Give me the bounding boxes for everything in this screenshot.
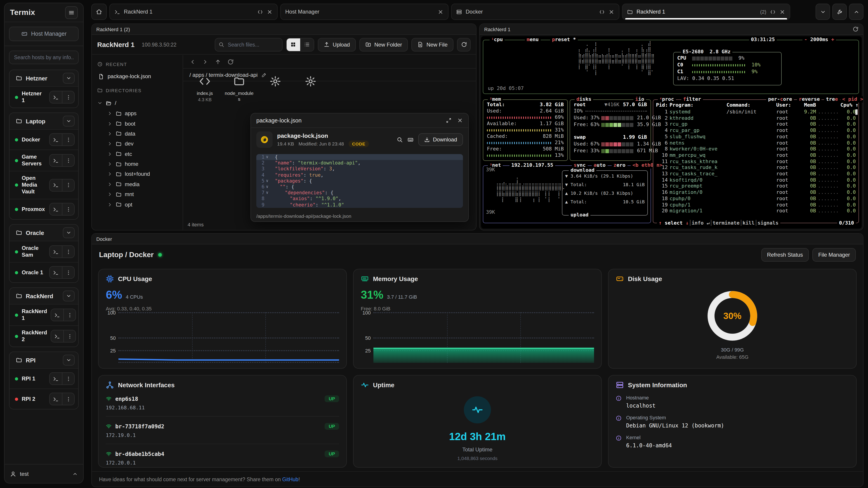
github-link[interactable]: GitHub	[282, 477, 299, 482]
host-menu-button[interactable]	[62, 179, 74, 191]
btop-proc-reverse[interactable]: everse	[802, 96, 820, 103]
host-group-header[interactable]: Hetzner	[9, 70, 78, 86]
host-menu-button[interactable]	[62, 246, 74, 258]
host-manager-button[interactable]: Host Manager	[9, 27, 79, 41]
tabs-expand-button[interactable]	[849, 4, 864, 20]
host-group-header[interactable]: RPI	[9, 352, 78, 368]
btop-proc-filter[interactable]: ilter	[686, 96, 701, 103]
tab-racknerd1-terminal[interactable]: RackNerd 1	[110, 4, 278, 20]
forward-icon[interactable]	[202, 59, 209, 65]
host-item[interactable]: RackNerd 2	[9, 325, 78, 347]
host-group-header[interactable]: Oracle	[9, 225, 78, 241]
expand-icon[interactable]	[446, 118, 452, 123]
split-view-icon[interactable]	[257, 9, 263, 15]
search-in-file-icon[interactable]	[396, 136, 403, 143]
process-row[interactable]: 14ksoftirqd/0root0B.........0.0	[653, 177, 859, 183]
host-item[interactable]: RPI 2	[9, 389, 78, 409]
process-row[interactable]: 4rcu_par_gproot0B.........0.0	[653, 127, 859, 133]
back-icon[interactable]	[189, 59, 196, 65]
directory-item[interactable]: etc	[97, 149, 177, 159]
list-view-button[interactable]	[300, 38, 314, 51]
refresh-icon[interactable]	[227, 59, 234, 65]
directory-item[interactable]: lost+found	[97, 169, 177, 180]
tabs-collapse-button[interactable]	[815, 4, 830, 20]
process-row[interactable]: 1systemd/sbin/initroot9.2M.........0.0	[653, 109, 859, 115]
host-terminal-button[interactable]	[50, 267, 62, 278]
group-collapse-button[interactable]	[63, 227, 74, 238]
host-item[interactable]: RPI 1	[9, 368, 78, 389]
process-row[interactable]: 18cpuhp/0root0B.........0.0	[653, 196, 859, 202]
file-manager-button[interactable]: File Manager	[812, 248, 856, 262]
host-menu-button[interactable]	[63, 330, 75, 342]
host-search-input[interactable]	[9, 51, 79, 64]
host-terminal-button[interactable]	[51, 330, 63, 342]
file-item-config-1[interactable]	[261, 74, 290, 89]
new-folder-button[interactable]: New Folder	[360, 38, 408, 51]
host-menu-button[interactable]	[62, 134, 74, 145]
btop-proc-percore[interactable]: per-core	[768, 96, 792, 103]
process-row[interactable]: 2kthreaddroot0B.........0.0	[653, 115, 859, 121]
process-row[interactable]: 16migration/0root0B.........0.0	[653, 189, 859, 195]
host-item[interactable]: RackNerd 1	[9, 304, 78, 325]
process-table[interactable]: 1systemd/sbin/initroot9.2M.........0.0 2…	[653, 109, 859, 214]
group-collapse-button[interactable]	[63, 116, 74, 127]
process-row[interactable]: 10mm_percpu_wqroot0B.........0.0	[653, 152, 859, 158]
host-item[interactable]: Game Servers	[9, 150, 78, 171]
terminal-screen[interactable]: ¹cpu menu preset * 03:31:25 - 2000ms + ⠀…	[481, 36, 862, 229]
directory-item[interactable]: data	[97, 129, 177, 139]
host-item[interactable]: Proxmox	[9, 199, 78, 219]
split-view-icon[interactable]	[770, 9, 776, 15]
btop-proc-terminate[interactable]: terminate	[712, 220, 739, 226]
directory-item[interactable]: apps	[97, 108, 177, 119]
host-terminal-button[interactable]	[50, 203, 62, 215]
tab-host-manager[interactable]: Host Manager	[280, 4, 448, 20]
sidebar-menu-button[interactable]	[65, 6, 78, 19]
new-file-button[interactable]: New File	[412, 38, 454, 51]
host-menu-button[interactable]	[62, 373, 74, 385]
host-terminal-button[interactable]	[51, 309, 63, 321]
btop-proc-signals[interactable]: signals	[757, 220, 778, 226]
host-terminal-button[interactable]	[50, 393, 62, 405]
btop-proc-info[interactable]: info ↵	[692, 220, 710, 226]
host-terminal-button[interactable]	[50, 91, 62, 103]
directory-root[interactable]: /	[97, 98, 177, 108]
btop-preset[interactable]: reset *	[555, 37, 576, 43]
host-menu-button[interactable]	[63, 309, 75, 321]
grid-view-button[interactable]	[287, 38, 300, 51]
file-item-config-2[interactable]	[296, 74, 325, 89]
keyboard-icon[interactable]	[407, 136, 413, 143]
process-row[interactable]: 19cpuhp/1root0B.........0.0	[653, 202, 859, 208]
process-row[interactable]: 20migration/1root0B.........0.0	[653, 208, 859, 214]
process-row[interactable]: 11rcu_tasks_kthrearoot0B.........0.0	[653, 158, 859, 164]
host-terminal-button[interactable]	[50, 246, 62, 258]
host-item[interactable]: Open Media Vault	[9, 171, 78, 199]
directory-item[interactable]: dev	[97, 139, 177, 149]
tools-button[interactable]	[832, 4, 847, 20]
close-icon[interactable]	[779, 9, 785, 15]
process-row[interactable]: 15rcu_preemptroot0B.........0.0	[653, 183, 859, 189]
file-search-input[interactable]	[215, 38, 283, 51]
group-collapse-button[interactable]	[63, 355, 74, 365]
tab-docker[interactable]: Docker	[451, 4, 619, 20]
directory-item[interactable]: home	[97, 159, 177, 169]
host-item[interactable]: Oracle Sam	[9, 241, 78, 262]
directory-item[interactable]: opt	[97, 199, 177, 210]
host-terminal-button[interactable]	[50, 179, 62, 191]
host-menu-button[interactable]	[62, 267, 74, 278]
host-terminal-button[interactable]	[50, 134, 62, 145]
proc-scrollbar[interactable]	[855, 109, 858, 115]
download-button[interactable]: Download	[418, 133, 463, 146]
recent-file-item[interactable]: package-lock.json	[97, 71, 177, 86]
close-icon[interactable]	[438, 9, 443, 15]
close-icon[interactable]	[609, 9, 614, 15]
refresh-status-button[interactable]: Refresh Status	[761, 248, 809, 262]
close-icon[interactable]	[457, 118, 463, 123]
host-item[interactable]: Oracle 1	[9, 262, 78, 283]
user-menu[interactable]: test	[4, 464, 83, 483]
reconnect-icon[interactable]	[852, 26, 859, 32]
directory-item[interactable]: media	[97, 179, 177, 189]
directory-item[interactable]: boot	[97, 119, 177, 129]
host-menu-button[interactable]	[62, 91, 74, 103]
refresh-button[interactable]	[457, 38, 471, 51]
process-row[interactable]: 12rcu_tasks_rude_kroot0B.........0.0	[653, 165, 859, 171]
